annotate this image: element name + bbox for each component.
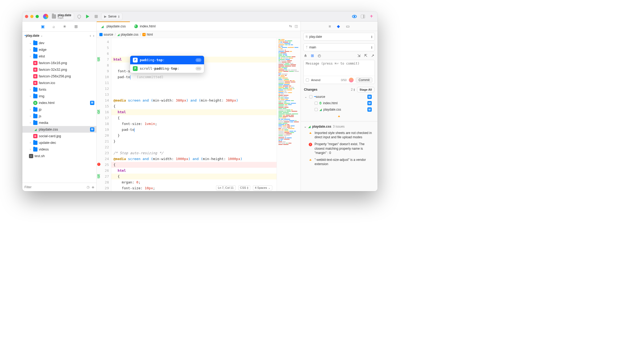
minimap[interactable] bbox=[277, 38, 300, 191]
code-area[interactable]: Ppadding-top:Pscroll-padding-top: html f… bbox=[111, 38, 277, 191]
folder-icon bbox=[33, 114, 37, 118]
align-icon[interactable]: ≡ bbox=[329, 24, 331, 28]
change-checkbox[interactable] bbox=[315, 102, 318, 105]
modified-badge: M bbox=[90, 101, 94, 105]
tree-item[interactable]: ›update-dec bbox=[22, 139, 96, 146]
issue-text: Imported style sheets are not checked in… bbox=[315, 131, 374, 139]
tree-item[interactable]: ›img bbox=[22, 93, 96, 99]
fullscreen-window-button[interactable] bbox=[36, 15, 39, 18]
amend-checkbox[interactable] bbox=[306, 78, 309, 82]
push-icon[interactable]: ⇱ bbox=[364, 53, 367, 58]
star-icon[interactable]: ✳ bbox=[63, 24, 66, 29]
branch-name: main bbox=[309, 45, 316, 49]
tree-item[interactable]: ›edge bbox=[22, 46, 96, 53]
project-chip[interactable]: play.date main bbox=[50, 13, 74, 20]
add-button[interactable]: + bbox=[368, 13, 375, 20]
minimize-window-button[interactable] bbox=[30, 15, 33, 18]
changes-count: 2 bbox=[351, 88, 353, 91]
tree-item[interactable]: ›jp bbox=[22, 106, 96, 113]
repo-selector[interactable]: ⎘ play.date ▴▾ bbox=[303, 33, 375, 41]
source-control-icon[interactable]: ◆ bbox=[337, 24, 340, 29]
change-row[interactable]: ⌄sourceM bbox=[301, 94, 378, 100]
issues-header[interactable]: ⌄ playdate.css 3 issues bbox=[301, 124, 378, 129]
img-icon bbox=[33, 61, 37, 65]
graph-icon[interactable]: ⋔ bbox=[304, 53, 307, 58]
change-checkbox[interactable] bbox=[315, 108, 318, 111]
tree-item[interactable]: test.sh bbox=[22, 153, 96, 159]
autocomplete-item[interactable]: Ppadding-top: bbox=[130, 56, 204, 64]
open-icon[interactable]: ↗ bbox=[371, 53, 374, 58]
pin-button[interactable] bbox=[76, 13, 83, 20]
panel-button[interactable] bbox=[359, 13, 366, 20]
search-icon[interactable]: ⌕ bbox=[53, 24, 55, 29]
files-icon[interactable]: ▣ bbox=[41, 24, 45, 29]
intersect-icon[interactable]: ◈ bbox=[92, 185, 94, 189]
editor-tab[interactable]: index.html bbox=[130, 22, 160, 31]
breadcrumb-selector[interactable]: #html bbox=[142, 33, 153, 36]
run-button[interactable] bbox=[84, 13, 91, 20]
tree-item[interactable]: social-card.jpg bbox=[22, 133, 96, 139]
autocomplete-label: scroll-padding-top: bbox=[140, 66, 179, 72]
grid-icon[interactable]: ⊞ bbox=[74, 24, 78, 29]
tree-item[interactable]: playdate.cssM bbox=[22, 126, 96, 133]
css-file-icon bbox=[117, 33, 120, 36]
commit-button[interactable]: Commit bbox=[356, 77, 372, 83]
tree-item[interactable]: ›elist bbox=[22, 53, 96, 60]
warning-icon[interactable] bbox=[337, 114, 341, 118]
autocomplete-item[interactable]: Pscroll-padding-top: bbox=[130, 64, 204, 73]
issue-item[interactable]: !Property "mrgan" doesn't exist. The clo… bbox=[301, 141, 378, 156]
nav-back-button[interactable]: ‹ bbox=[90, 33, 91, 38]
tree-item[interactable]: favicon.ico bbox=[22, 79, 96, 86]
file-tree[interactable]: ⌄dev›edge›elistfavicon-16x16.pngfavicon-… bbox=[22, 40, 96, 183]
change-file-name: index.html bbox=[323, 101, 338, 105]
clock-icon[interactable]: ◷ bbox=[87, 185, 90, 189]
autocomplete-popup[interactable]: Ppadding-top:Pscroll-padding-top: bbox=[130, 56, 204, 73]
filter-input[interactable] bbox=[24, 185, 84, 189]
change-checkbox[interactable] bbox=[309, 95, 312, 98]
issue-item[interactable]: Imported style sheets are not checked in… bbox=[301, 129, 378, 141]
issues-file-name: playdate.css bbox=[312, 125, 331, 128]
change-row[interactable]: playdate.cssM bbox=[301, 106, 378, 113]
pull-icon[interactable]: ⇲ bbox=[357, 53, 361, 58]
breadcrumb[interactable]: source / playdate.css / #html bbox=[97, 31, 300, 38]
stage-all-button[interactable]: Stage All bbox=[357, 87, 374, 92]
app-window: play.date main ▶ Serve ▴▾ + ▣ ⌕ ✳ ⊞ bbox=[22, 11, 378, 191]
commit-message-input[interactable] bbox=[304, 60, 375, 75]
branch-selector[interactable]: ᛘ main ▴▾ bbox=[303, 43, 375, 51]
issue-item[interactable]: "-webkit-text-size-adjust" is a vendor e… bbox=[301, 156, 378, 167]
breadcrumb-file[interactable]: playdate.css bbox=[117, 33, 138, 36]
code-editor[interactable]: 45678910111213141516171819202122232425!2… bbox=[97, 38, 300, 191]
stop-button[interactable] bbox=[93, 13, 100, 20]
terminal-icon[interactable]: ▭ bbox=[346, 24, 350, 29]
tree-item[interactable]: index.htmlM bbox=[22, 99, 96, 106]
project-branch: main bbox=[58, 17, 71, 19]
stopwatch-icon[interactable]: ◴ bbox=[318, 53, 321, 58]
preview-button[interactable] bbox=[351, 13, 358, 20]
nav-forward-button[interactable]: › bbox=[93, 33, 94, 38]
tree-item[interactable]: ⌄dev bbox=[22, 40, 96, 46]
close-window-button[interactable] bbox=[25, 15, 28, 18]
tree-item[interactable]: favicon-16x16.png bbox=[22, 60, 96, 66]
tree-item[interactable]: ›media bbox=[22, 119, 96, 126]
repo-name: play.date bbox=[309, 35, 322, 39]
breadcrumb-folder[interactable]: source bbox=[99, 33, 113, 36]
diff-icon[interactable]: ⇆ bbox=[289, 24, 292, 28]
modified-badge: M bbox=[367, 101, 372, 105]
tree-item[interactable]: ›videos bbox=[22, 146, 96, 153]
tree-item[interactable]: favicon-32x32.png bbox=[22, 66, 96, 73]
chevron-icon: › bbox=[29, 121, 32, 124]
eye-icon bbox=[352, 15, 357, 18]
line-gutter[interactable]: 45678910111213141516171819202122232425!2… bbox=[97, 38, 111, 191]
panel-icon bbox=[361, 15, 365, 18]
change-file-name: playdate.css bbox=[323, 108, 341, 111]
avatar-icon[interactable] bbox=[349, 78, 354, 82]
tree-item[interactable]: favicon-256x256.png bbox=[22, 73, 96, 79]
sidebar-header[interactable]: play.date ⌄ ‹ › bbox=[22, 32, 96, 40]
split-icon[interactable]: ◫ bbox=[295, 24, 298, 28]
editor-tab[interactable]: playdate.css bbox=[97, 22, 130, 31]
tree-item[interactable]: ›fonts bbox=[22, 86, 96, 93]
tree-item[interactable]: ›js bbox=[22, 113, 96, 119]
change-row[interactable]: index.htmlM bbox=[301, 100, 378, 106]
add-box-icon[interactable]: ⊞ bbox=[311, 53, 314, 58]
serve-chip[interactable]: ▶ Serve ▴▾ bbox=[101, 13, 122, 20]
